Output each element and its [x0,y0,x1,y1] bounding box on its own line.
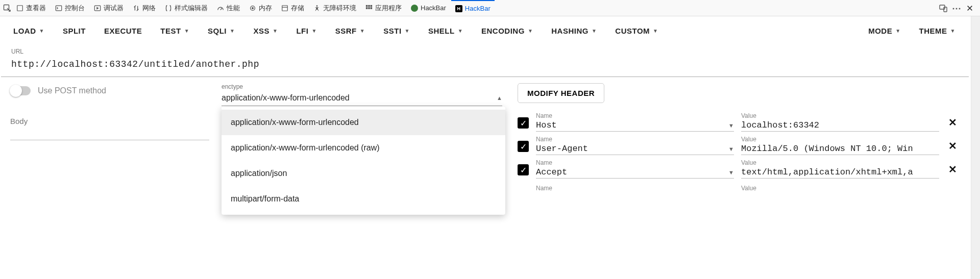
enctype-dropdown: application/x-www-form-urlencoded applic… [222,107,505,215]
header-name-input[interactable] [536,167,724,177]
caret-icon: ▼ [653,28,658,34]
btn-label: CUSTOM [615,27,650,35]
svg-rect-2 [56,6,61,11]
header-name-label: Name [536,185,734,192]
header-row: ✓ Name ▼ Value ✕ [518,156,959,180]
xss-button[interactable]: XSS▼ [245,22,286,39]
tab-label: 网络 [142,4,156,13]
tab-label: 内存 [259,4,272,13]
tab-storage[interactable]: 存储 [277,0,308,16]
tab-accessibility[interactable]: 无障碍环境 [309,0,360,16]
tab-performance[interactable]: 性能 [213,0,244,16]
header-name-label: Name [536,159,734,166]
header-value-label: Value [741,136,939,143]
hashing-button[interactable]: HASHING▼ [543,22,605,39]
kebab-menu-icon[interactable]: ⋯ [952,4,961,12]
tab-hackbar-2[interactable]: H HackBar [451,0,495,16]
vertical-scrollbar[interactable] [971,16,980,279]
header-checkbox[interactable]: ✓ [518,141,529,152]
element-picker-icon[interactable] [3,4,11,12]
caret-icon: ▼ [273,28,278,34]
chevron-down-icon[interactable]: ▼ [728,169,734,175]
ssrf-button[interactable]: SSRF▼ [327,22,373,39]
btn-label: MODE [868,27,892,35]
devtools-tab-strip: 查看器 控制台 调试器 网络 样式编辑器 性能 内存 存储 无障碍环境 应用程序… [0,0,980,16]
svg-rect-9 [368,5,370,7]
tab-application[interactable]: 应用程序 [361,0,406,16]
encoding-button[interactable]: ENCODING▼ [473,22,541,39]
header-row: ✓ Name ▼ Value ✕ [518,133,959,156]
btn-label: SPLIT [63,27,86,35]
hackbar-toolbar: LOAD▼ SPLIT EXECUTE TEST▼ SQLI▼ XSS▼ LFI… [0,16,969,45]
caret-icon: ▼ [895,28,900,34]
delete-header-icon[interactable]: ✕ [946,116,959,129]
header-value-input[interactable] [741,120,939,130]
custom-button[interactable]: CUSTOM▼ [607,22,666,39]
enctype-option[interactable]: application/x-www-form-urlencoded (raw) [222,135,505,161]
modify-header-button[interactable]: MODIFY HEADER [518,83,604,103]
enctype-select[interactable]: application/x-www-form-urlencoded ▲ [222,91,502,106]
use-post-toggle[interactable] [10,86,31,95]
btn-label: SSTI [383,27,401,35]
header-value-input[interactable] [741,167,939,177]
svg-rect-1 [17,5,23,11]
btn-label: THEME [919,27,947,35]
svg-point-5 [252,7,254,9]
ssti-button[interactable]: SSTI▼ [375,22,418,39]
enctype-option[interactable]: application/x-www-form-urlencoded [222,110,505,135]
url-label: URL [11,48,959,55]
delete-header-icon[interactable]: ✕ [946,140,959,152]
url-input[interactable] [11,57,959,71]
btn-label: SHELL [428,27,455,35]
mode-button[interactable]: MODE▼ [860,22,909,39]
btn-label: SQLI [208,27,227,35]
hackbar-h-icon: H [455,5,462,12]
svg-rect-8 [366,5,368,7]
console-icon [55,5,62,12]
caret-icon: ▼ [405,28,410,34]
caret-icon: ▼ [230,28,235,34]
tab-network[interactable]: 网络 [129,0,160,16]
inspector-icon [16,5,23,12]
svg-rect-12 [368,7,370,9]
tab-memory[interactable]: 内存 [245,0,276,16]
svg-rect-6 [282,5,288,11]
execute-button[interactable]: EXECUTE [96,22,150,39]
svg-rect-13 [371,7,373,9]
tab-hackbar-1[interactable]: HackBar [407,0,450,16]
sqli-button[interactable]: SQLI▼ [200,22,243,39]
close-icon[interactable] [966,4,974,12]
split-button[interactable]: SPLIT [55,22,94,39]
tab-label: 存储 [291,4,304,13]
svg-rect-11 [366,7,368,9]
header-name-input[interactable] [536,120,724,130]
header-value-label: Value [741,112,939,119]
chevron-down-icon[interactable]: ▼ [728,146,734,152]
header-value-input[interactable] [741,144,939,154]
btn-label: XSS [253,27,270,35]
tab-console[interactable]: 控制台 [51,0,89,16]
enctype-label: enctype [222,83,502,90]
theme-button[interactable]: THEME▼ [911,22,964,39]
storage-icon [281,5,288,12]
tab-style-editor[interactable]: 样式编辑器 [161,0,212,16]
caret-icon: ▼ [458,28,463,34]
shell-button[interactable]: SHELL▼ [420,22,471,39]
tab-inspector[interactable]: 查看器 [12,0,50,16]
header-name-input[interactable] [536,144,724,154]
enctype-option[interactable]: application/json [222,161,505,186]
btn-label: EXECUTE [104,27,142,35]
header-name-label: Name [536,136,734,143]
header-checkbox[interactable]: ✓ [518,164,529,175]
memory-icon [249,5,256,12]
chevron-down-icon[interactable]: ▼ [728,122,734,129]
lfi-button[interactable]: LFI▼ [288,22,325,39]
tab-label: HackBar [421,4,446,12]
delete-header-icon[interactable]: ✕ [946,163,959,175]
header-checkbox[interactable]: ✓ [518,117,529,129]
responsive-design-icon[interactable] [939,4,947,12]
test-button[interactable]: TEST▼ [152,22,198,39]
load-button[interactable]: LOAD▼ [5,22,53,39]
tab-debugger[interactable]: 调试器 [90,0,128,16]
enctype-option[interactable]: multipart/form-data [222,186,505,212]
